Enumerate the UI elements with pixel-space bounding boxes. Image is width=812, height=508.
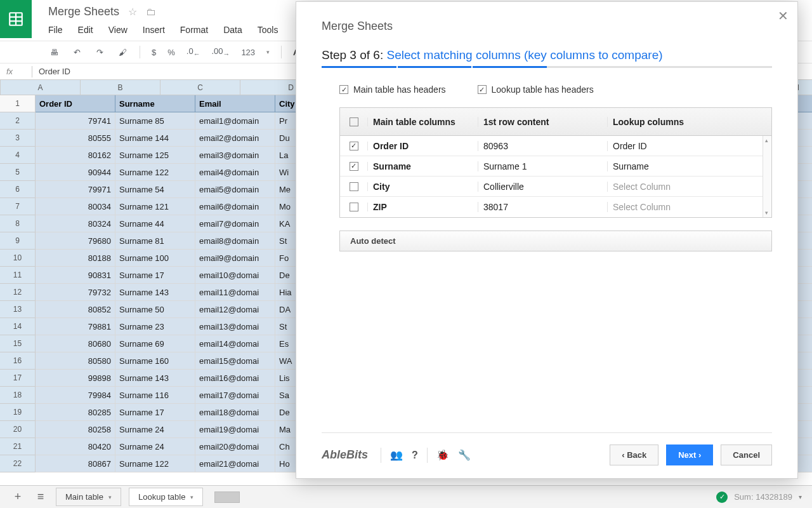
cell[interactable]: 79971 [36, 181, 115, 198]
cell[interactable]: Surname 24 [115, 438, 195, 455]
row-checkbox[interactable] [350, 203, 358, 211]
cell[interactable]: Surname 100 [115, 250, 195, 267]
row-header[interactable]: 9 [0, 232, 36, 250]
cell[interactable]: email6@domain [195, 198, 275, 215]
next-button[interactable]: Next › [666, 444, 713, 465]
mapping-scrollbar[interactable]: ▴▾ [763, 136, 771, 217]
cell[interactable]: 79732 [36, 284, 115, 301]
cell[interactable]: email10@domai [195, 267, 275, 284]
select-all-checkbox[interactable] [350, 117, 358, 126]
sheet-tab-lookup[interactable]: Lookup table▾ [129, 488, 203, 506]
cell[interactable]: Surname 54 [115, 181, 195, 198]
cell[interactable]: Order ID [36, 95, 115, 112]
cell[interactable]: email11@domai [195, 284, 275, 301]
lookup-column-select[interactable]: Surname [608, 161, 771, 171]
col-header[interactable]: B [81, 80, 160, 95]
lookup-column-select[interactable]: Order ID [608, 141, 771, 151]
cell[interactable]: email3@domain [195, 147, 275, 164]
star-icon[interactable]: ☆ [128, 6, 137, 18]
all-sheets-icon[interactable]: ≡ [33, 490, 48, 504]
cell[interactable]: email17@domai [195, 387, 275, 404]
cell[interactable]: Surname 121 [115, 198, 195, 215]
row-header[interactable]: 14 [0, 318, 36, 335]
cell[interactable]: Surname 116 [115, 387, 195, 404]
cell[interactable]: 79984 [36, 387, 115, 404]
cell[interactable]: 80555 [36, 130, 115, 147]
menu-insert[interactable]: Insert [143, 25, 165, 35]
row-checkbox[interactable] [350, 182, 358, 191]
cell[interactable]: email19@domai [195, 421, 275, 438]
row-header[interactable]: 16 [0, 352, 36, 370]
row-header[interactable]: 7 [0, 198, 36, 215]
number-format[interactable]: 123 [241, 48, 255, 57]
doc-title[interactable]: Merge Sheets [48, 5, 119, 18]
cell[interactable]: 80034 [36, 198, 115, 215]
cell[interactable]: email9@domain [195, 250, 275, 267]
sheet-tab-main[interactable]: Main table▾ [56, 488, 121, 506]
row-header[interactable]: 3 [0, 130, 36, 147]
tab-scroll[interactable] [214, 491, 240, 503]
redo-icon[interactable]: ↷ [94, 46, 105, 58]
row-header[interactable]: 17 [0, 370, 36, 387]
menu-format[interactable]: Format [180, 25, 208, 35]
increase-decimal[interactable]: .00→ [211, 46, 230, 58]
cell[interactable]: Surname 50 [115, 301, 195, 318]
cell[interactable]: 80680 [36, 335, 115, 352]
cell[interactable]: 79741 [36, 112, 115, 130]
cell[interactable]: email15@domai [195, 352, 275, 370]
row-header[interactable]: 20 [0, 421, 36, 438]
cell[interactable]: 79881 [36, 318, 115, 335]
cell[interactable]: Surname 144 [115, 130, 195, 147]
cell[interactable]: 99898 [36, 370, 115, 387]
cell[interactable]: Surname 122 [115, 455, 195, 472]
wrench-icon[interactable]: 🔧 [458, 449, 471, 461]
cell[interactable]: Surname 125 [115, 147, 195, 164]
cell[interactable]: 90944 [36, 164, 115, 181]
users-icon[interactable]: 👥 [390, 449, 403, 461]
cell[interactable]: 80285 [36, 404, 115, 421]
cell[interactable]: Surname 143 [115, 284, 195, 301]
add-sheet-icon[interactable]: + [10, 490, 25, 504]
row-header[interactable]: 2 [0, 112, 36, 130]
row-header[interactable]: 4 [0, 147, 36, 164]
col-header[interactable]: A [1, 80, 81, 95]
row-header[interactable]: 21 [0, 438, 36, 455]
currency-format[interactable]: $ [152, 48, 156, 57]
row-header[interactable]: 22 [0, 455, 36, 472]
cell[interactable]: Surname 160 [115, 352, 195, 370]
formula-value[interactable]: Order ID [39, 67, 70, 76]
lookup-has-headers-checkbox[interactable]: ✓Lookup table has headers [478, 84, 594, 95]
cell[interactable]: email16@domai [195, 370, 275, 387]
cell[interactable]: Surname 17 [115, 404, 195, 421]
cell[interactable]: Surname 85 [115, 112, 195, 130]
cancel-button[interactable]: Cancel [721, 444, 772, 465]
cell[interactable]: email2@domain [195, 130, 275, 147]
row-checkbox[interactable]: ✓ [350, 162, 358, 171]
cell[interactable]: 80580 [36, 352, 115, 370]
cell[interactable]: 80867 [36, 455, 115, 472]
row-header[interactable]: 12 [0, 284, 36, 301]
cell[interactable]: 80162 [36, 147, 115, 164]
cell[interactable]: Surname 69 [115, 335, 195, 352]
cell[interactable]: 80258 [36, 421, 115, 438]
row-checkbox[interactable]: ✓ [350, 142, 358, 150]
cell[interactable]: email1@domain [195, 112, 275, 130]
menu-data[interactable]: Data [223, 25, 242, 35]
cell[interactable]: email18@domai [195, 404, 275, 421]
row-header[interactable]: 13 [0, 301, 36, 318]
cell[interactable]: 90831 [36, 267, 115, 284]
cell[interactable]: 80188 [36, 250, 115, 267]
cell[interactable]: email21@domai [195, 455, 275, 472]
menu-view[interactable]: View [108, 25, 128, 35]
row-header[interactable]: 6 [0, 181, 36, 198]
lookup-column-select[interactable]: Select Column [608, 182, 771, 192]
decrease-decimal[interactable]: .0← [187, 46, 200, 58]
cell[interactable]: email5@domain [195, 181, 275, 198]
menu-edit[interactable]: Edit [78, 25, 93, 35]
cell[interactable]: 80324 [36, 215, 115, 232]
cell[interactable]: Surname 23 [115, 318, 195, 335]
cell[interactable]: email12@domai [195, 301, 275, 318]
cell[interactable]: email4@domain [195, 164, 275, 181]
row-header[interactable]: 8 [0, 215, 36, 232]
help-icon[interactable]: ? [412, 450, 418, 461]
